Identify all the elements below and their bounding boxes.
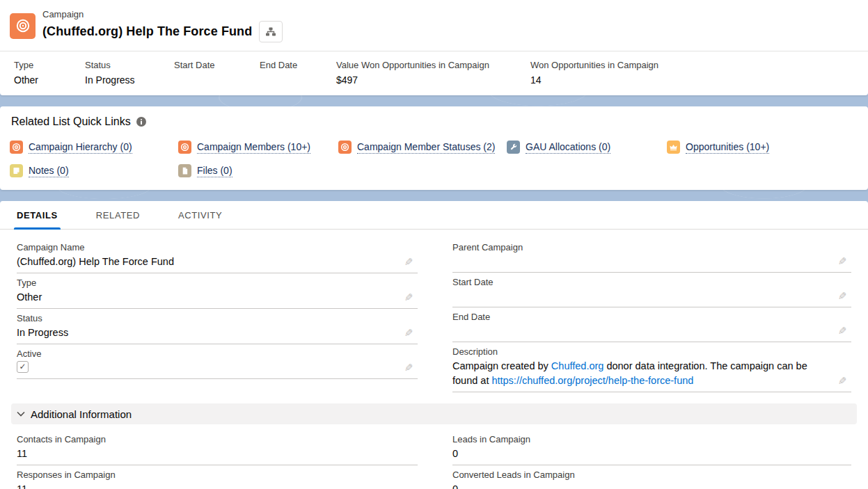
object-label: Campaign — [42, 9, 283, 19]
field-description: Description Campaign created by Chuffed.… — [452, 342, 851, 392]
quick-link-campaign-members[interactable]: Campaign Members (10+) — [178, 141, 338, 154]
quick-link-campaign-hierarchy[interactable]: Campaign Hierarchy (0) — [10, 141, 178, 154]
campaign-icon — [10, 13, 35, 39]
edit-pencil-icon[interactable]: ✎ — [404, 256, 413, 268]
record-detail-card: DETAILS RELATED ACTIVITY Campaign Name (… — [0, 201, 868, 489]
stat-type: Type Other — [14, 60, 85, 86]
stat-value-won-opportunities: Value Won Opportunities in Campaign $497 — [336, 60, 530, 86]
quick-link-notes[interactable]: Notes (0) — [10, 164, 178, 177]
campaign-icon — [338, 141, 352, 154]
section-title: Additional Information — [31, 408, 132, 420]
stat-status: Status In Progress — [85, 60, 174, 86]
stat-won-opportunities: Won Opportunities in Campaign 14 — [530, 60, 667, 86]
field-type: Type Other ✎ — [17, 273, 418, 309]
stat-end-date: End Date — [260, 60, 336, 86]
additional-info-fields: Contacts in Campaign 11 Responses in Cam… — [0, 424, 868, 489]
field-active: Active ✓ ✎ — [17, 344, 418, 379]
quick-links-grid: Campaign Hierarchy (0) Campaign Members … — [10, 141, 857, 177]
highlights-panel: Campaign (Chuffed.org) Help The Force Fu… — [0, 0, 868, 95]
hierarchy-icon — [265, 26, 276, 37]
file-icon — [178, 164, 191, 177]
edit-pencil-icon[interactable]: ✎ — [404, 327, 413, 339]
edit-pencil-icon[interactable]: ✎ — [838, 290, 847, 303]
tab-related[interactable]: RELATED — [93, 201, 143, 229]
quick-link-opportunities[interactable]: Opportunities (10+) — [667, 141, 857, 154]
campaign-icon — [178, 141, 191, 154]
quick-link-files[interactable]: Files (0) — [178, 164, 338, 177]
note-icon — [10, 164, 23, 177]
edit-pencil-icon[interactable]: ✎ — [838, 325, 847, 337]
quick-links-title: Related List Quick Links — [11, 115, 131, 128]
field-leads-in-campaign: Leads in Campaign 0 — [452, 430, 851, 465]
edit-pencil-icon[interactable]: ✎ — [838, 375, 847, 387]
description-text: Campaign created by Chuffed.org donor da… — [452, 359, 823, 388]
field-contacts-in-campaign: Contacts in Campaign 11 — [17, 430, 418, 465]
record-header: Campaign (Chuffed.org) Help The Force Fu… — [0, 0, 868, 51]
edit-pencil-icon[interactable]: ✎ — [838, 255, 847, 268]
highlights-stats-row: Type Other Status In Progress Start Date… — [0, 51, 868, 95]
page-title: (Chuffed.org) Help The Force Fund — [42, 24, 252, 39]
detail-fields: Campaign Name (Chuffed.org) Help The For… — [0, 230, 868, 392]
field-status: Status In Progress ✎ — [17, 309, 418, 344]
field-responses-in-campaign: Responses in Campaign 11 — [17, 465, 418, 489]
chevron-down-icon — [17, 411, 25, 417]
active-checkbox[interactable]: ✓ — [17, 361, 29, 373]
field-parent-campaign: Parent Campaign ✎ — [452, 238, 851, 273]
chuffed-org-link[interactable]: Chuffed.org — [551, 360, 604, 371]
tab-details[interactable]: DETAILS — [14, 201, 61, 229]
wrench-icon — [507, 141, 520, 154]
edit-pencil-icon[interactable]: ✎ — [404, 291, 413, 304]
chuffed-project-url-link[interactable]: https://chuffed.org/project/help-the-for… — [491, 375, 693, 386]
campaign-icon — [10, 141, 23, 154]
field-end-date: End Date ✎ — [452, 307, 851, 342]
tab-bar: DETAILS RELATED ACTIVITY — [0, 201, 868, 230]
tab-activity[interactable]: ACTIVITY — [175, 201, 225, 229]
record-title-block: Campaign (Chuffed.org) Help The Force Fu… — [42, 9, 283, 42]
opportunity-crown-icon — [667, 141, 680, 154]
campaign-hierarchy-button[interactable] — [259, 21, 283, 42]
field-campaign-name: Campaign Name (Chuffed.org) Help The For… — [17, 238, 418, 273]
quick-link-campaign-member-statuses[interactable]: Campaign Member Statuses (2) — [338, 141, 507, 154]
field-converted-leads-in-campaign: Converted Leads in Campaign 0 — [452, 465, 851, 489]
info-icon[interactable] — [136, 117, 146, 127]
field-start-date: Start Date ✎ — [452, 273, 851, 307]
quick-link-gau-allocations[interactable]: GAU Allocations (0) — [507, 141, 667, 154]
additional-information-section-header[interactable]: Additional Information — [11, 403, 857, 424]
edit-pencil-icon[interactable]: ✎ — [404, 362, 413, 374]
stat-start-date: Start Date — [174, 60, 260, 86]
related-list-quick-links-card: Related List Quick Links Campaign Hierar… — [0, 106, 868, 190]
